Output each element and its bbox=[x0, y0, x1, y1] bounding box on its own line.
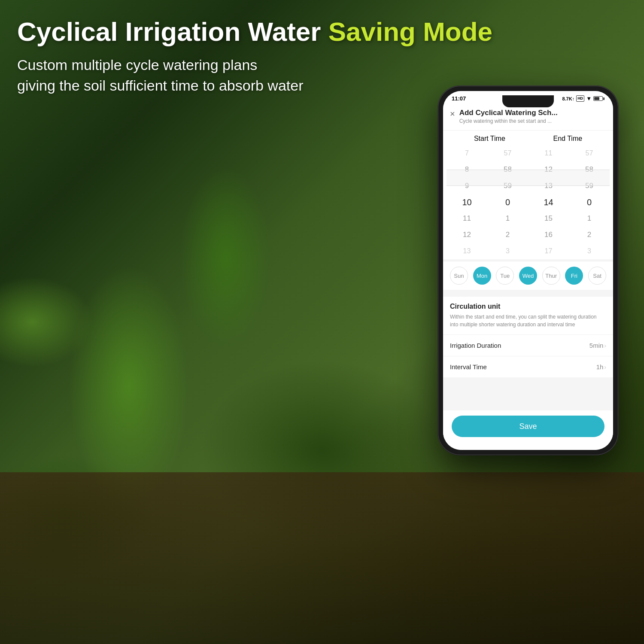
hd-badge: HD bbox=[576, 95, 584, 102]
screen-subtitle: Cycle watering within the set start and … bbox=[459, 118, 606, 124]
time-cell: 2 bbox=[569, 227, 610, 243]
irrigation-duration-value: 5min › bbox=[589, 342, 606, 349]
time-cell: 8 bbox=[447, 161, 487, 178]
screen-title: Add Cyclical Watering Sch... bbox=[459, 109, 606, 117]
app-header: × Add Cyclical Watering Sch... Cycle wat… bbox=[443, 104, 613, 131]
battery-icon bbox=[593, 96, 605, 101]
phone-notch bbox=[502, 95, 554, 107]
time-cell-selected: 10 bbox=[447, 194, 487, 210]
day-tue[interactable]: Tue bbox=[496, 267, 514, 285]
chevron-right-icon: › bbox=[604, 342, 606, 349]
end-hour-col[interactable]: 11 12 13 14 15 16 17 bbox=[528, 145, 569, 259]
interval-time-amount: 1h bbox=[596, 363, 604, 371]
time-cell-selected: 14 bbox=[528, 194, 569, 210]
status-time: 11:07 bbox=[452, 95, 466, 102]
wifi-icon: ▼ bbox=[586, 95, 592, 102]
start-hour-col[interactable]: 7 8 9 10 11 12 13 bbox=[447, 145, 487, 259]
headline-area: Cyclical Irrigation Water Saving Mode Cu… bbox=[17, 17, 492, 96]
time-cell: 58 bbox=[569, 161, 610, 178]
time-cell: 16 bbox=[528, 227, 569, 243]
status-icons: 8.7K↑ HD ▼ bbox=[562, 95, 605, 102]
circulation-description: Within the start and end time, you can s… bbox=[450, 313, 606, 328]
time-cell: 13 bbox=[528, 178, 569, 194]
data-indicator: 8.7K↑ bbox=[562, 96, 574, 101]
interval-time-row[interactable]: Interval Time 1h › bbox=[443, 356, 613, 377]
subtitle-line2: giving the soil sufficient time to absor… bbox=[17, 77, 304, 94]
day-fri[interactable]: Fri bbox=[565, 267, 583, 285]
separator bbox=[443, 290, 613, 293]
time-columns: 7 8 9 10 11 12 13 57 58 59 0 1 bbox=[443, 145, 613, 259]
circulation-title: Circulation unit bbox=[450, 303, 606, 310]
day-mon[interactable]: Mon bbox=[473, 267, 491, 285]
bottom-gray-area bbox=[443, 377, 613, 403]
time-labels: Start Time End Time bbox=[443, 135, 613, 145]
time-cell: 9 bbox=[447, 178, 487, 194]
main-title: Cyclical Irrigation Water Saving Mode bbox=[17, 17, 492, 46]
phone-screen: 11:07 8.7K↑ HD ▼ × bbox=[443, 91, 613, 450]
time-cell: 59 bbox=[569, 178, 610, 194]
phone-mockup: 11:07 8.7K↑ HD ▼ × bbox=[438, 86, 618, 455]
end-minute-col[interactable]: 57 58 59 0 1 2 3 bbox=[569, 145, 610, 259]
time-cell: 1 bbox=[569, 210, 610, 227]
subtitle-line1: Custom multiple cycle watering plans bbox=[17, 57, 257, 73]
time-cell: 12 bbox=[528, 161, 569, 178]
time-cell: 11 bbox=[528, 145, 569, 161]
day-sat[interactable]: Sat bbox=[588, 267, 606, 285]
days-section: Sun Mon Tue Wed Thur Fri Sat bbox=[443, 261, 613, 290]
time-cell: 3 bbox=[487, 243, 528, 259]
time-cell-selected: 0 bbox=[487, 194, 528, 210]
time-cell-selected: 0 bbox=[569, 194, 610, 210]
time-cell: 57 bbox=[487, 145, 528, 161]
time-cell: 11 bbox=[447, 210, 487, 227]
close-button[interactable]: × bbox=[450, 109, 455, 118]
start-time-label: Start Time bbox=[474, 135, 505, 143]
title-highlight: Saving Mode bbox=[328, 17, 492, 46]
time-cell: 7 bbox=[447, 145, 487, 161]
save-button-area: Save bbox=[443, 410, 613, 450]
time-cell: 17 bbox=[528, 243, 569, 259]
time-cell: 1 bbox=[487, 210, 528, 227]
time-cell: 2 bbox=[487, 227, 528, 243]
phone-outer: 11:07 8.7K↑ HD ▼ × bbox=[438, 86, 618, 455]
time-cell: 15 bbox=[528, 210, 569, 227]
save-button[interactable]: Save bbox=[452, 416, 605, 437]
irrigation-duration-amount: 5min bbox=[589, 342, 604, 349]
time-cell: 59 bbox=[487, 178, 528, 194]
irrigation-duration-row[interactable]: Irrigation Duration 5min › bbox=[443, 334, 613, 356]
irrigation-duration-label: Irrigation Duration bbox=[450, 342, 501, 349]
subtitle: Custom multiple cycle watering plans giv… bbox=[17, 55, 492, 96]
interval-time-label: Interval Time bbox=[450, 363, 487, 371]
start-minute-col[interactable]: 57 58 59 0 1 2 3 bbox=[487, 145, 528, 259]
day-sun[interactable]: Sun bbox=[450, 267, 468, 285]
time-cell: 12 bbox=[447, 227, 487, 243]
time-cell: 13 bbox=[447, 243, 487, 259]
circulation-section: Circulation unit Within the start and en… bbox=[443, 297, 613, 334]
day-wed[interactable]: Wed bbox=[519, 267, 537, 285]
soil-decoration bbox=[0, 472, 644, 644]
chevron-right-icon: › bbox=[604, 364, 606, 371]
end-time-label: End Time bbox=[553, 135, 583, 143]
time-cell: 58 bbox=[487, 161, 528, 178]
time-cell: 3 bbox=[569, 243, 610, 259]
interval-time-value: 1h › bbox=[596, 363, 606, 371]
time-cell: 57 bbox=[569, 145, 610, 161]
day-thur[interactable]: Thur bbox=[542, 267, 560, 285]
time-picker[interactable]: Start Time End Time 7 8 9 10 11 12 13 bbox=[443, 131, 613, 259]
